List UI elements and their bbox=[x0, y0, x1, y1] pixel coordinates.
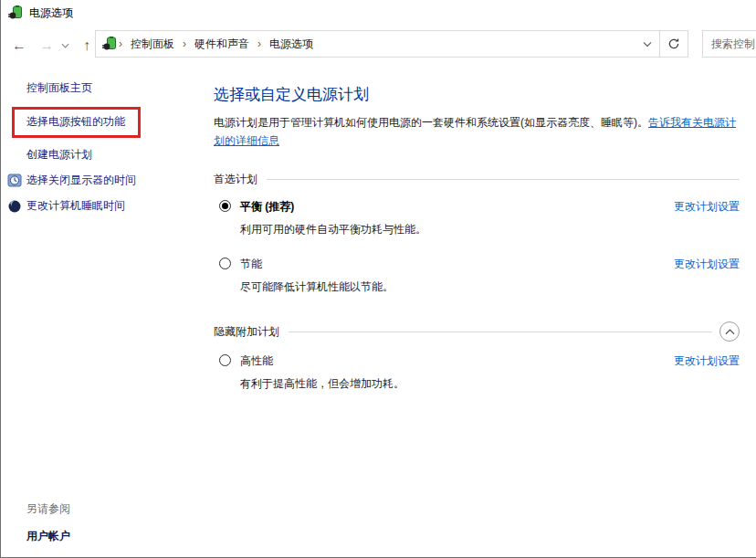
sidebar-row-sleep-time[interactable]: 更改计算机睡眠时间 bbox=[7, 198, 197, 214]
sidebar-item-create-power-plan[interactable]: 创建电源计划 bbox=[26, 147, 197, 163]
plan-power-saver-name[interactable]: 节能 bbox=[240, 258, 262, 270]
sidebar-item-power-button-function[interactable]: 选择电源按钮的功能 bbox=[26, 115, 125, 128]
plan-power-saver-description: 尽可能降低计算机性能以节能。 bbox=[240, 279, 740, 295]
search-box bbox=[702, 30, 756, 58]
window-title: 电源选项 bbox=[29, 5, 73, 21]
section-rule bbox=[267, 179, 740, 180]
hidden-plans-label: 隐藏附加计划 bbox=[214, 324, 279, 340]
see-also-header: 另请参阅 bbox=[26, 501, 70, 517]
plan-balanced-description: 利用可用的硬件自动平衡功耗与性能。 bbox=[240, 222, 740, 237]
plan-power-saver: 节能 更改计划设置 尽可能降低计算机性能以节能。 bbox=[219, 257, 740, 295]
power-options-window: 电源选项 ← → ↑ › 控制面板 › 硬件和声音 › 电源选项 bbox=[0, 0, 756, 558]
see-also-section: 另请参阅 用户帐户 bbox=[26, 501, 70, 544]
recent-pages-dropdown-icon[interactable] bbox=[58, 34, 72, 58]
plan-balanced-name[interactable]: 平衡 (推荐) bbox=[240, 200, 294, 213]
page-title: 选择或自定义电源计划 bbox=[214, 84, 740, 105]
radio-high-performance[interactable] bbox=[219, 354, 231, 366]
sidebar-item-display-off-time[interactable]: 选择关闭显示器的时间 bbox=[26, 173, 136, 188]
plan-high-performance-name[interactable]: 高性能 bbox=[240, 354, 273, 367]
address-bar[interactable]: › 控制面板 › 硬件和声音 › 电源选项 bbox=[95, 30, 688, 58]
breadcrumb-control-panel[interactable]: 控制面板 bbox=[124, 37, 181, 52]
breadcrumb-hardware-sound[interactable]: 硬件和声音 bbox=[188, 37, 256, 52]
preferred-plans-section-header: 首选计划 bbox=[214, 172, 740, 187]
radio-balanced[interactable] bbox=[219, 200, 231, 212]
sidebar-item-computer-sleep-time[interactable]: 更改计算机睡眠时间 bbox=[26, 198, 125, 214]
sidebar: 控制面板主页 选择电源按钮的功能 创建电源计划 选择关闭显示器的时间 更改计算机… bbox=[1, 66, 197, 556]
change-plan-settings-link-power-saver[interactable]: 更改计划设置 bbox=[674, 257, 740, 272]
change-plan-settings-link-balanced[interactable]: 更改计划设置 bbox=[674, 199, 740, 215]
main-content: 选择或自定义电源计划 电源计划是用于管理计算机如何使用电源的一套硬件和系统设置(… bbox=[197, 66, 756, 556]
chevron-up-icon bbox=[725, 329, 735, 335]
hidden-plans-section-header: 隐藏附加计划 bbox=[214, 321, 740, 342]
title-bar: 电源选项 bbox=[1, 0, 756, 26]
radio-power-saver[interactable] bbox=[219, 258, 231, 269]
plan-high-performance-description: 有利于提高性能，但会增加功耗。 bbox=[240, 376, 740, 392]
breadcrumb-power-options[interactable]: 电源选项 bbox=[263, 37, 320, 52]
plan-balanced: 平衡 (推荐) 更改计划设置 利用可用的硬件自动平衡功耗与性能。 bbox=[219, 199, 740, 237]
sidebar-item-control-panel-home[interactable]: 控制面板主页 bbox=[26, 80, 197, 96]
plan-high-performance: 高性能 更改计划设置 有利于提高性能，但会增加功耗。 bbox=[219, 353, 740, 392]
breadcrumb-separator: › bbox=[181, 37, 188, 50]
search-input[interactable] bbox=[703, 31, 756, 57]
power-options-app-icon bbox=[8, 5, 23, 20]
breadcrumb-separator: › bbox=[256, 37, 263, 50]
sidebar-item-user-accounts[interactable]: 用户帐户 bbox=[26, 529, 70, 544]
intro-paragraph: 电源计划是用于管理计算机如何使用电源的一套硬件和系统设置(如显示器亮度、睡眠等)… bbox=[214, 113, 745, 150]
refresh-icon[interactable] bbox=[660, 31, 688, 57]
navigation-bar: ← → ↑ › 控制面板 › 硬件和声音 › 电源选项 bbox=[1, 26, 756, 66]
breadcrumb-app-icon bbox=[102, 37, 117, 51]
sidebar-row-display-off-time[interactable]: 选择关闭显示器的时间 bbox=[7, 173, 197, 188]
sidebar-highlight-wrap: 选择电源按钮的功能 bbox=[12, 107, 197, 138]
annotation-highlight-box: 选择电源按钮的功能 bbox=[12, 107, 141, 138]
collapse-section-button[interactable] bbox=[719, 321, 740, 342]
display-clock-icon bbox=[7, 174, 22, 188]
section-rule bbox=[289, 332, 712, 332]
sleep-moon-icon bbox=[7, 199, 22, 214]
preferred-plans-label: 首选计划 bbox=[214, 172, 257, 187]
change-plan-settings-link-high-performance[interactable]: 更改计划设置 bbox=[674, 353, 740, 369]
back-button[interactable]: ← bbox=[8, 34, 30, 58]
breadcrumb-separator: › bbox=[117, 37, 124, 50]
address-dropdown-icon[interactable] bbox=[635, 31, 659, 57]
intro-text: 电源计划是用于管理计算机如何使用电源的一套硬件和系统设置(如显示器亮度、睡眠等)… bbox=[214, 116, 648, 129]
forward-button[interactable]: → bbox=[36, 34, 58, 58]
